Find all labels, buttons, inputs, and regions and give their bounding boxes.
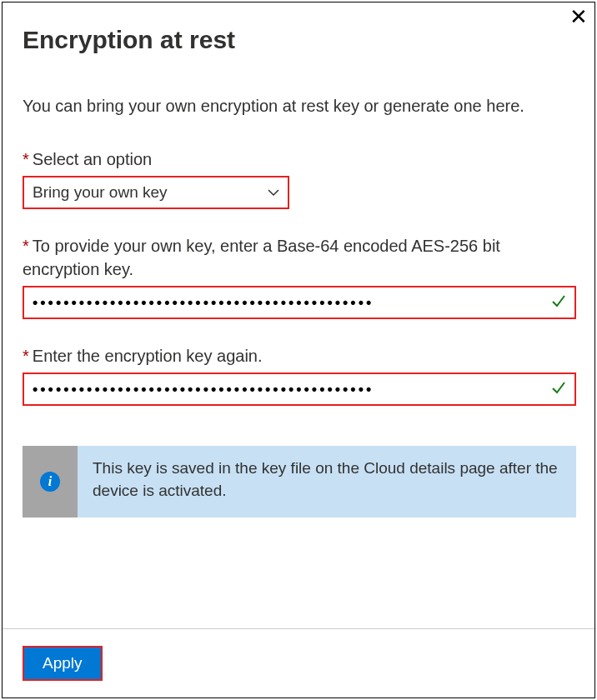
chevron-down-icon [268,186,279,199]
key-input[interactable]: ••••••••••••••••••••••••••••••••••••••••… [23,286,576,319]
description-text: You can bring your own encryption at res… [23,94,574,118]
close-icon[interactable]: ✕ [569,6,588,28]
info-message: This key is saved in the key file on the… [78,446,576,518]
key-confirm-field: *Enter the encryption key again. •••••••… [23,344,574,406]
required-mark: * [23,150,29,168]
label-text: Select an option [33,150,152,168]
check-icon [551,293,566,312]
apply-button[interactable]: Apply [24,648,101,679]
check-icon [551,380,566,399]
key-confirm-label: *Enter the encryption key again. [23,344,574,368]
panel-content: Encryption at rest You can bring your ow… [3,2,594,628]
key-input-label: *To provide your own key, enter a Base-6… [23,234,574,281]
info-box: i This key is saved in the key file on t… [23,446,576,518]
page-title: Encryption at rest [23,26,574,54]
required-mark: * [23,237,29,255]
label-text: To provide your own key, enter a Base-64… [23,237,500,278]
info-icon: i [40,472,60,492]
option-select[interactable]: Bring your own key [33,178,279,208]
encryption-panel: ✕ Encryption at rest You can bring your … [2,2,595,698]
info-icon-column: i [23,446,78,518]
required-mark: * [23,347,29,365]
masked-value: ••••••••••••••••••••••••••••••••••••••••… [33,294,544,312]
label-text: Enter the encryption key again. [33,347,263,365]
select-value: Bring your own key [33,183,168,202]
masked-value: ••••••••••••••••••••••••••••••••••••••••… [33,381,544,398]
select-wrap: Bring your own key [23,176,289,209]
key-input-field: *To provide your own key, enter a Base-6… [23,234,574,319]
select-option-label: *Select an option [23,148,574,171]
key-confirm-input[interactable]: ••••••••••••••••••••••••••••••••••••••••… [23,372,576,406]
select-option-field: *Select an option Bring your own key [23,148,574,209]
panel-footer: Apply [3,628,594,698]
apply-wrap: Apply [23,646,103,681]
